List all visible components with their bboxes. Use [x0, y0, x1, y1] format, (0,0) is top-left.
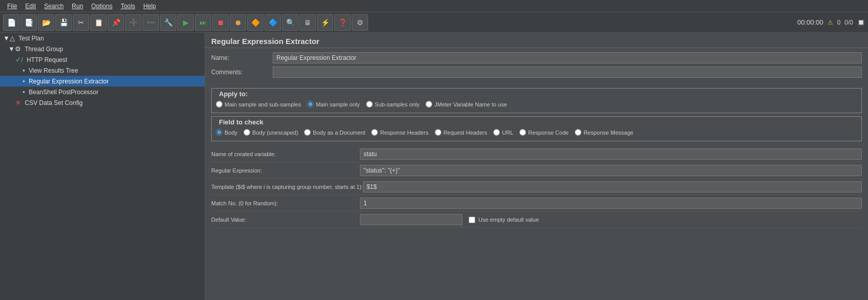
toolbar-copy[interactable]: 📋: [90, 14, 107, 31]
radio-body-doc-input[interactable]: [304, 129, 311, 136]
radio-req-headers-label: Request Headers: [443, 130, 488, 136]
field-input-template[interactable]: [363, 181, 862, 192]
radio-main-only[interactable]: Main sample only: [307, 101, 360, 108]
field-input-regex[interactable]: [360, 165, 862, 176]
toolbar-remove[interactable]: ➖: [143, 14, 159, 31]
toolbar-warning-icon: ⚠: [827, 19, 833, 26]
toolbar-new[interactable]: 📄: [3, 14, 19, 31]
name-input[interactable]: [273, 52, 862, 63]
apply-to-title: Apply to:: [216, 90, 251, 98]
field-input-default[interactable]: [360, 214, 462, 225]
sidebar-item-csv-data-set[interactable]: ✕ CSV Data Set Config: [0, 97, 205, 108]
menu-run[interactable]: Run: [68, 2, 87, 11]
radio-resp-headers-input[interactable]: [371, 129, 378, 136]
radio-jmeter-var-input[interactable]: [426, 101, 432, 108]
sidebar-item-beanshell[interactable]: ▪ BeanShell PostProcessor: [0, 87, 205, 97]
menu-edit[interactable]: Edit: [21, 2, 40, 11]
toolbar-save[interactable]: 💾: [55, 14, 72, 31]
field-label-template: Template ($i$ where i is capturing group…: [211, 184, 363, 190]
test-plan-icon: ▼△: [3, 34, 15, 42]
menu-file[interactable]: File: [3, 2, 21, 11]
radio-resp-msg-input[interactable]: [575, 129, 581, 136]
sidebar-item-http-request[interactable]: ✓/ HTTP Request: [0, 54, 205, 65]
use-empty-default-label: Use empty default value: [478, 217, 539, 223]
toolbar-settings[interactable]: ⚙: [352, 14, 368, 31]
toolbar-add[interactable]: ➕: [125, 14, 142, 31]
radio-resp-msg-label: Response Message: [583, 130, 633, 136]
radio-jmeter-var[interactable]: JMeter Variable Name to use: [426, 101, 507, 108]
sidebar-label-test-plan: Test Plan: [18, 35, 44, 42]
toolbar-shutdown[interactable]: ⏺: [230, 14, 246, 31]
toolbar-help[interactable]: ❓: [334, 14, 351, 31]
radio-resp-msg[interactable]: Response Message: [575, 129, 633, 136]
sidebar-label-regex-extractor: Regular Expression Extractor: [29, 78, 109, 85]
menu-search[interactable]: Search: [40, 2, 68, 11]
view-results-tree-icon: ▪: [23, 67, 25, 74]
panel-title-text: Regular Expression Extractor: [211, 37, 319, 46]
sidebar-item-view-results-tree[interactable]: ▪ View Results Tree: [0, 65, 205, 76]
radio-sub-only-input[interactable]: [366, 101, 373, 108]
panel-title: Regular Expression Extractor: [205, 33, 868, 48]
radio-main-sub-input[interactable]: [216, 101, 223, 108]
field-to-check-section: Field to check Body Body (unescaped) Bod…: [211, 116, 862, 141]
toolbar-start[interactable]: ▶: [177, 14, 194, 31]
radio-body-unescaped[interactable]: Body (unescaped): [244, 129, 298, 136]
toolbar-templates[interactable]: 📑: [21, 14, 37, 31]
menu-help[interactable]: Help: [139, 2, 160, 11]
field-row-template: Template ($i$ where i is capturing group…: [211, 181, 862, 195]
toolbar-start-no-pause[interactable]: ⏭: [195, 14, 211, 31]
sidebar-item-test-plan[interactable]: ▼△ Test Plan: [0, 33, 205, 44]
toolbar-clear[interactable]: 🔶: [247, 14, 264, 31]
radio-url-input[interactable]: [493, 129, 500, 136]
radio-main-sub[interactable]: Main sample and sub-samples: [216, 101, 301, 108]
toolbar-search[interactable]: 🔍: [282, 14, 298, 31]
thread-group-icon: ▼⚙: [8, 45, 21, 53]
use-empty-default-checkbox[interactable]: [469, 217, 475, 223]
radio-body-unescaped-input[interactable]: [244, 129, 250, 136]
radio-body-doc[interactable]: Body as a Document: [304, 129, 365, 136]
toolbar-cut[interactable]: ✂: [73, 14, 89, 31]
regex-extractor-icon: ▪: [23, 77, 25, 85]
toolbar-status: 00:00:00 ⚠ 0 0/0 🔲: [797, 18, 865, 26]
radio-body[interactable]: Body: [216, 129, 237, 136]
toolbar-clear-all[interactable]: 🔷: [265, 14, 281, 31]
radio-url[interactable]: URL: [493, 129, 513, 136]
comments-input[interactable]: [273, 67, 862, 78]
sidebar-item-regex-extractor[interactable]: ▪ Regular Expression Extractor: [0, 76, 205, 87]
toolbar-open[interactable]: 📂: [38, 14, 54, 31]
radio-sub-only-label: Sub-samples only: [375, 101, 419, 108]
toolbar-paste[interactable]: 📌: [108, 14, 124, 31]
radio-body-input[interactable]: [216, 129, 223, 136]
toolbar-stop[interactable]: ⏹: [212, 14, 229, 31]
http-request-icon: ✓/: [15, 56, 23, 63]
menu-options[interactable]: Options: [87, 2, 116, 11]
radio-main-sub-label: Main sample and sub-samples: [225, 101, 301, 108]
sidebar: ▼△ Test Plan ▼⚙ Thread Group ✓/ HTTP Req…: [0, 33, 205, 300]
radio-resp-code-label: Response Code: [528, 130, 569, 136]
apply-to-radio-group: Main sample and sub-samples Main sample …: [216, 98, 857, 111]
toolbar-remote-stop[interactable]: ⚡: [317, 14, 333, 31]
sidebar-label-beanshell: BeanShell PostProcessor: [29, 89, 98, 96]
radio-req-headers-input[interactable]: [435, 129, 441, 136]
toolbar-error-count: 0/0: [844, 19, 853, 26]
radio-sub-only[interactable]: Sub-samples only: [366, 101, 419, 108]
field-input-variable[interactable]: [360, 148, 862, 160]
toolbar-extra-icon: 🔲: [857, 19, 865, 26]
sidebar-item-thread-group[interactable]: ▼⚙ Thread Group: [0, 44, 205, 54]
sidebar-label-csv: CSV Data Set Config: [25, 99, 83, 106]
radio-main-only-input[interactable]: [307, 101, 314, 108]
radio-resp-headers[interactable]: Response Headers: [371, 129, 428, 136]
field-row-default: Default Value: Use empty default value: [211, 214, 862, 228]
radio-req-headers[interactable]: Request Headers: [435, 129, 488, 136]
toolbar-remote-start[interactable]: 🖥: [299, 14, 316, 31]
toolbar-config[interactable]: 🔧: [160, 14, 176, 31]
radio-resp-code-input[interactable]: [519, 129, 526, 136]
name-label: Name:: [211, 54, 273, 61]
main-layout: ▼△ Test Plan ▼⚙ Thread Group ✓/ HTTP Req…: [0, 33, 868, 300]
radio-body-label: Body: [225, 130, 237, 136]
radio-resp-code[interactable]: Response Code: [519, 129, 569, 136]
menu-tools[interactable]: Tools: [116, 2, 139, 11]
field-input-matchno[interactable]: [360, 198, 862, 209]
csv-icon: ✕: [15, 99, 21, 106]
toolbar-warn-count: 0: [837, 19, 841, 26]
